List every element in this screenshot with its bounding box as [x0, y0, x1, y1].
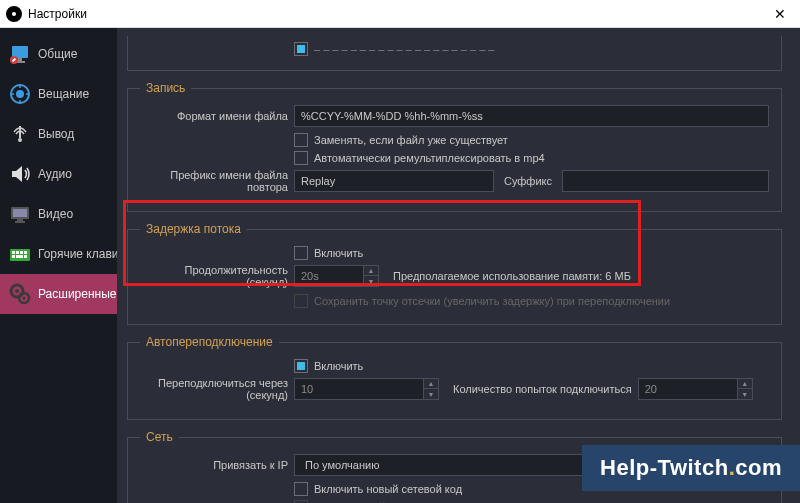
duration-up[interactable]: ▲	[364, 266, 378, 276]
svg-rect-10	[13, 209, 27, 217]
suffix-label: Суффикс	[504, 175, 552, 187]
svg-rect-1	[18, 58, 22, 61]
video-icon	[8, 202, 32, 226]
reconnect-enable-checkbox[interactable]	[294, 359, 308, 373]
svg-point-24	[23, 297, 26, 300]
recording-legend: Запись	[140, 81, 191, 95]
checkbox-partial[interactable]	[294, 42, 308, 56]
delay-enable-checkbox[interactable]	[294, 246, 308, 260]
overwrite-checkbox[interactable]	[294, 133, 308, 147]
preserve-label: Сохранить точку отсечки (увеличить задер…	[314, 295, 670, 307]
delay-legend: Задержка потока	[140, 222, 247, 236]
sidebar-item-audio[interactable]: Аудио	[0, 154, 117, 194]
duration-down[interactable]: ▼	[364, 276, 378, 286]
stream-icon	[8, 82, 32, 106]
sidebar-label: Видео	[38, 207, 73, 221]
advanced-icon	[8, 282, 32, 306]
svg-rect-18	[12, 255, 15, 258]
replay-prefix-input[interactable]	[294, 170, 494, 192]
sidebar: Общие Вещание Вывод Аудио Видео Горячие …	[0, 28, 117, 503]
reconnect-enable-label: Включить	[314, 360, 363, 372]
svg-rect-12	[15, 221, 25, 223]
svg-rect-19	[16, 255, 23, 258]
general-icon	[8, 42, 32, 66]
remux-label: Автоматически ремультиплексировать в mp4	[314, 152, 545, 164]
overwrite-label: Заменять, если файл уже существует	[314, 134, 508, 146]
sidebar-label: Аудио	[38, 167, 72, 181]
output-icon	[8, 122, 32, 146]
svg-point-22	[15, 289, 19, 293]
replay-prefix-label: Префикс имени файла повтора	[140, 169, 288, 193]
svg-rect-20	[24, 255, 27, 258]
partial-label: – – – – – – – – – – – – – – – – – – – –	[314, 43, 494, 55]
close-button[interactable]: ✕	[766, 6, 794, 22]
network-legend: Сеть	[140, 430, 179, 444]
sidebar-label: Общие	[38, 47, 77, 61]
audio-icon	[8, 162, 32, 186]
window-title: Настройки	[28, 7, 766, 21]
filename-format-input[interactable]	[294, 105, 769, 127]
svg-rect-15	[16, 251, 19, 254]
duration-input[interactable]	[294, 265, 364, 287]
svg-point-8	[18, 138, 22, 142]
remux-checkbox[interactable]	[294, 151, 308, 165]
sidebar-item-advanced[interactable]: Расширенные	[0, 274, 117, 314]
retry-delay-input[interactable]	[294, 378, 424, 400]
duration-label: Продолжительность (секунд)	[140, 264, 288, 288]
svg-rect-17	[24, 251, 27, 254]
reconnect-legend: Автопереподключение	[140, 335, 279, 349]
retry-delay-down[interactable]: ▼	[424, 389, 438, 399]
titlebar: Настройки ✕	[0, 0, 800, 28]
sidebar-item-hotkeys[interactable]: Горячие клавиши	[0, 234, 117, 274]
svg-rect-11	[17, 219, 23, 221]
suffix-input[interactable]	[562, 170, 769, 192]
bind-ip-label: Привязать к IP	[140, 459, 288, 471]
sidebar-label: Расширенные	[38, 287, 117, 301]
retry-delay-up[interactable]: ▲	[424, 379, 438, 389]
svg-point-6	[16, 90, 24, 98]
hotkeys-icon	[8, 242, 32, 266]
sidebar-item-general[interactable]: Общие	[0, 34, 117, 74]
new-netcode-label: Включить новый сетевой код	[314, 483, 462, 495]
memory-usage-text: Предполагаемое использование памяти: 6 М…	[393, 270, 631, 282]
sidebar-label: Вещание	[38, 87, 89, 101]
watermark: Help-Twitch.com	[582, 445, 800, 491]
new-netcode-checkbox[interactable]	[294, 482, 308, 496]
svg-rect-16	[20, 251, 23, 254]
sidebar-item-video[interactable]: Видео	[0, 194, 117, 234]
app-icon	[6, 6, 22, 22]
sidebar-item-output[interactable]: Вывод	[0, 114, 117, 154]
partial-top-section: – – – – – – – – – – – – – – – – – – – –	[127, 36, 782, 71]
max-retries-down[interactable]: ▼	[738, 389, 752, 399]
sidebar-label: Вывод	[38, 127, 74, 141]
retry-delay-label: Переподключиться через (секунд)	[140, 377, 288, 401]
filename-format-label: Формат имени файла	[140, 110, 288, 122]
svg-rect-14	[12, 251, 15, 254]
max-retries-up[interactable]: ▲	[738, 379, 752, 389]
max-retries-input[interactable]	[638, 378, 738, 400]
reconnect-section: Автопереподключение Включить Переподключ…	[127, 335, 782, 420]
sidebar-item-stream[interactable]: Вещание	[0, 74, 117, 114]
preserve-checkbox	[294, 294, 308, 308]
stream-delay-section: Задержка потока Включить Продолжительнос…	[127, 222, 782, 325]
recording-section: Запись Формат имени файла Заменять, если…	[127, 81, 782, 212]
sidebar-label: Горячие клавиши	[38, 247, 117, 261]
delay-enable-label: Включить	[314, 247, 363, 259]
max-retries-label: Количество попыток подключиться	[453, 383, 632, 395]
main-panel: – – – – – – – – – – – – – – – – – – – – …	[117, 28, 800, 503]
